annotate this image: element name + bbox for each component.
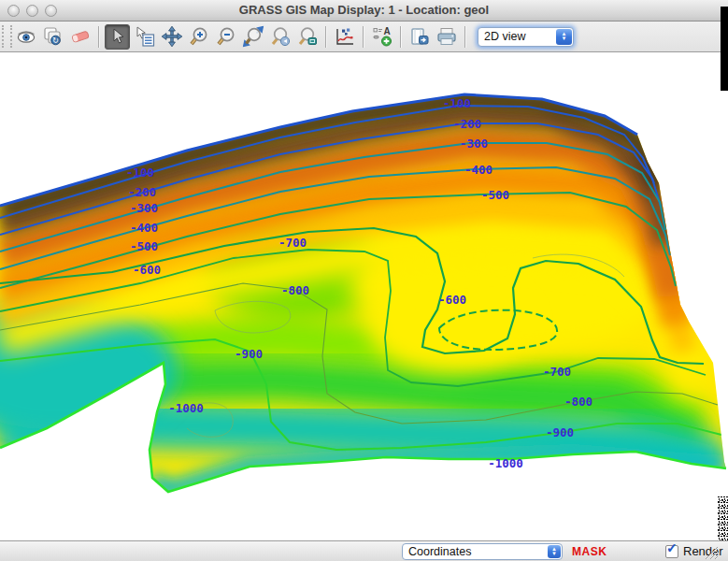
zoom-extent-button[interactable] [240,24,265,50]
contour-label: -200 [453,117,481,131]
contour-label: -300 [130,201,158,215]
render-map-button[interactable]: ↻ [40,24,65,50]
toolbar-separator [363,26,364,48]
pointer-arrow-icon [107,25,129,48]
save-to-file-icon [408,25,431,48]
contour-label: -200 [128,185,156,199]
query-icon [134,25,156,48]
background-window-strip [721,7,728,91]
resize-grip[interactable] [703,544,719,560]
render-checkbox[interactable]: ✓ [665,545,678,558]
contour-label: -100 [126,165,154,180]
contour-label: -1000 [168,401,204,415]
map-canvas[interactable]: -100-200-300-400-500-600-100-200-300-400… [0,52,728,540]
toolbar-separator [464,26,465,48]
contour-label: -400 [130,221,158,235]
pan-arrows-icon [161,25,183,48]
contour-label: -900 [546,425,574,439]
status-bar: Coordinates ▲▼ MASK ✓ Render [0,540,728,561]
stepper-arrows-icon: ▲▼ [548,545,561,558]
contour-label: -500 [130,239,158,253]
contour-label: -100 [443,96,471,110]
contour-label: -700 [543,365,571,379]
view-mode-value: 2D view [478,30,556,43]
contour-label: -600 [133,263,161,277]
window-title: GRASS GIS Map Display: 1 - Location: geo… [0,3,728,17]
printer-icon [435,25,458,48]
toolbar-separator [325,26,326,48]
toolbar-drag-handle[interactable] [2,25,12,48]
analyze-map-button[interactable] [332,24,357,50]
add-overlay-icon: A [371,25,393,48]
checkmark-icon: ✓ [666,540,678,555]
zoom-in-button[interactable] [186,24,211,50]
save-display-button[interactable] [407,24,432,50]
map-toolbar: ↻ [0,22,728,52]
zoom-region-icon [296,25,319,48]
zoom-in-icon [188,25,210,48]
grass-map-display-window: GRASS GIS Map Display: 1 - Location: geo… [0,0,728,561]
contour-label: -800 [281,283,309,297]
contour-label: -900 [235,347,263,361]
mask-indicator: MASK [572,545,607,558]
elevation-surface-map: -100-200-300-400-500-600-100-200-300-400… [0,52,728,541]
zoom-back-icon [269,25,292,48]
contour-label: -300 [460,137,488,151]
eye-icon [15,25,37,48]
contour-label: -500 [481,188,509,202]
zoom-extent-icon [242,25,264,48]
statusbar-mode-value: Coordinates [403,545,548,558]
contour-label: -600 [438,293,466,307]
view-mode-select[interactable]: 2D view ▲▼ [478,27,574,47]
zoom-out-icon [215,25,237,48]
title-bar[interactable]: GRASS GIS Map Display: 1 - Location: geo… [0,0,728,22]
print-display-button[interactable] [434,24,459,50]
contour-label: -700 [278,236,307,250]
contour-label: -400 [464,163,492,177]
erase-display-button[interactable] [67,24,93,50]
chart-icon [334,25,356,48]
zoom-back-button[interactable] [267,24,293,50]
pan-tool-button[interactable] [159,24,184,50]
contour-label: -1000 [488,456,523,470]
eraser-icon [69,25,92,48]
render-layers-icon: ↻ [42,25,64,48]
contour-label: -800 [564,395,592,409]
pointer-tool-button[interactable] [105,24,130,50]
screen-noise-artifact [718,496,728,541]
display-map-button[interactable] [13,24,38,50]
statusbar-mode-select[interactable]: Coordinates ▲▼ [402,543,563,560]
query-tool-button[interactable] [132,24,157,50]
svg-text:A: A [383,26,390,36]
svg-text:↻: ↻ [51,36,58,45]
toolbar-separator [98,26,99,48]
zoom-out-button[interactable] [213,24,238,50]
zoom-region-button[interactable] [294,24,320,50]
toolbar-separator [400,26,401,48]
stepper-arrows-icon: ▲▼ [556,29,572,45]
add-overlay-button[interactable]: A [369,24,394,50]
